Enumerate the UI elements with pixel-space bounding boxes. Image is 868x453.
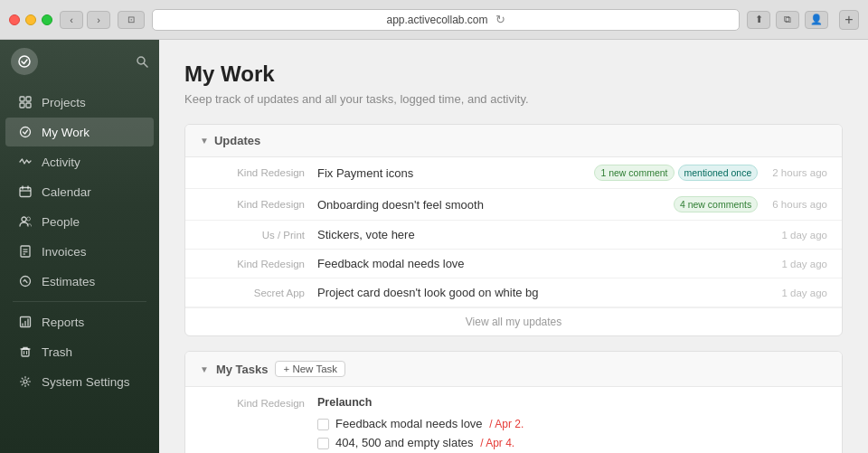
sidebar-item-activity[interactable]: Activity — [5, 147, 154, 176]
grid-icon — [18, 95, 33, 109]
update-time: 1 day ago — [767, 230, 827, 241]
update-row: Kind Redesign Onboarding doesn't feel sm… — [185, 189, 842, 221]
sidebar-item-reports[interactable]: Reports — [5, 307, 154, 336]
address-bar[interactable]: app.activecollab.com ↻ — [152, 9, 740, 31]
task-item: 404, 500 and empty slates / Apr 4. — [317, 433, 827, 452]
invoices-label: Invoices — [42, 245, 87, 259]
view-all-updates[interactable]: View all my updates — [185, 307, 842, 335]
estimates-label: Estimates — [42, 275, 95, 288]
reports-label: Reports — [42, 316, 84, 329]
sidebar-divider — [13, 301, 146, 302]
task-group: Kind Redesign Prelaunch Feedback modal n… — [185, 387, 842, 453]
svg-rect-5 — [20, 103, 24, 108]
update-row: Secret App Project card doesn't look goo… — [185, 278, 842, 307]
update-time: 1 day ago — [767, 259, 827, 269]
task-item: Feedback modal needs love / Apr 2. — [317, 414, 827, 433]
sidebar-nav: Projects My Work Acti — [0, 83, 159, 453]
nav-buttons: ‹ › — [60, 11, 110, 29]
profile-button[interactable]: 👤 — [805, 11, 828, 29]
search-icon[interactable] — [136, 55, 148, 68]
activity-label: Activity — [42, 156, 80, 169]
update-title[interactable]: Onboarding doesn't feel smooth — [317, 198, 666, 212]
tasks-section: ▼ My Tasks + New Task Kind Redesign Prel… — [184, 351, 843, 453]
task-checkbox[interactable] — [317, 438, 329, 449]
refresh-icon[interactable]: ↻ — [495, 13, 505, 26]
update-badges: 1 new comment mentioned once — [594, 165, 758, 181]
svg-rect-3 — [20, 97, 24, 101]
sidebar-item-projects[interactable]: Projects — [5, 88, 154, 117]
task-text: Feedback modal needs love / Apr 2. — [335, 417, 827, 430]
update-time: 6 hours ago — [758, 199, 827, 210]
reports-icon — [18, 315, 33, 329]
url-text: app.activecollab.com — [386, 14, 487, 26]
task-group-label: Kind Redesign — [200, 396, 317, 453]
update-time: 2 hours ago — [758, 167, 827, 178]
people-label: People — [42, 215, 80, 229]
svg-point-12 — [22, 217, 26, 222]
people-icon — [18, 214, 33, 229]
svg-point-7 — [21, 127, 31, 137]
svg-line-2 — [145, 64, 148, 68]
bookmark-button[interactable]: ⧉ — [776, 11, 799, 29]
comment-badge: 1 new comment — [594, 165, 674, 181]
new-task-button[interactable]: + New Task — [275, 361, 345, 377]
update-context: Kind Redesign — [200, 259, 317, 269]
update-context: Kind Redesign — [200, 199, 317, 210]
task-checkbox[interactable] — [317, 419, 329, 430]
system-settings-label: System Settings — [42, 375, 130, 389]
calendar-label: Calendar — [42, 185, 91, 199]
sidebar-item-my-work[interactable]: My Work — [5, 118, 154, 146]
sidebar-item-trash[interactable]: Trash — [5, 337, 154, 366]
sidebar-item-invoices[interactable]: Invoices — [5, 237, 154, 266]
tasks-toggle-icon[interactable]: ▼ — [200, 364, 209, 374]
back-button[interactable]: ‹ — [60, 11, 83, 29]
page-title: My Work — [184, 61, 843, 87]
updates-section: ▼ Updates Kind Redesign Fix Payment icon… — [184, 124, 843, 336]
forward-button[interactable]: › — [87, 11, 110, 29]
projects-label: Projects — [42, 96, 86, 109]
tasks-section-header: ▼ My Tasks + New Task — [185, 352, 842, 387]
update-title[interactable]: Project card doesn't look good on white … — [317, 286, 760, 299]
my-work-label: My Work — [42, 126, 90, 139]
minimize-button[interactable] — [25, 14, 36, 25]
update-context: Kind Redesign — [200, 167, 317, 178]
task-group-context: Kind Redesign Prelaunch Feedback modal n… — [200, 387, 827, 453]
app-logo[interactable] — [11, 48, 38, 75]
svg-rect-24 — [22, 349, 29, 356]
sidebar-item-calendar[interactable]: Calendar — [5, 177, 154, 206]
update-row: Us / Print Stickers, vote here 1 day ago — [185, 221, 842, 250]
updates-section-label: Updates — [214, 134, 260, 147]
page-subtitle: Keep track of updates and all your tasks… — [184, 92, 843, 106]
svg-rect-4 — [26, 97, 31, 101]
comment-badge: 4 new comments — [674, 196, 758, 212]
tasks-section-label: My Tasks — [216, 363, 269, 376]
calendar-icon — [18, 184, 33, 199]
sidebar-item-people[interactable]: People — [5, 207, 154, 236]
trash-label: Trash — [42, 345, 72, 359]
update-row: Kind Redesign Feedback modal needs love … — [185, 250, 842, 278]
update-title[interactable]: Stickers, vote here — [317, 228, 760, 241]
share-button[interactable]: ⬆ — [747, 11, 770, 29]
close-button[interactable] — [9, 14, 20, 25]
fullscreen-button[interactable] — [42, 14, 52, 25]
tab-view-button[interactable]: ⊡ — [118, 11, 145, 29]
svg-rect-8 — [20, 188, 31, 197]
browser-chrome: ‹ › ⊡ app.activecollab.com ↻ ⬆ ⧉ 👤 + — [0, 0, 868, 40]
update-badges: 4 new comments — [674, 196, 758, 212]
svg-point-13 — [27, 217, 31, 221]
updates-section-header: ▼ Updates — [185, 125, 842, 157]
updates-table: Kind Redesign Fix Payment icons 1 new co… — [185, 157, 842, 335]
update-row: Kind Redesign Fix Payment icons 1 new co… — [185, 157, 842, 189]
traffic-lights — [9, 14, 52, 25]
update-title[interactable]: Fix Payment icons — [317, 166, 587, 180]
update-title[interactable]: Feedback modal needs love — [317, 257, 760, 270]
update-context: Us / Print — [200, 230, 317, 241]
new-tab-button[interactable]: + — [839, 10, 859, 30]
updates-toggle-icon[interactable]: ▼ — [200, 136, 209, 146]
mention-badge: mentioned once — [678, 165, 759, 181]
main-content: My Work Keep track of updates and all yo… — [159, 40, 868, 453]
sidebar-item-estimates[interactable]: Estimates — [5, 267, 154, 296]
svg-rect-6 — [26, 103, 31, 108]
invoice-icon — [18, 244, 33, 259]
sidebar-item-system-settings[interactable]: System Settings — [5, 367, 154, 396]
